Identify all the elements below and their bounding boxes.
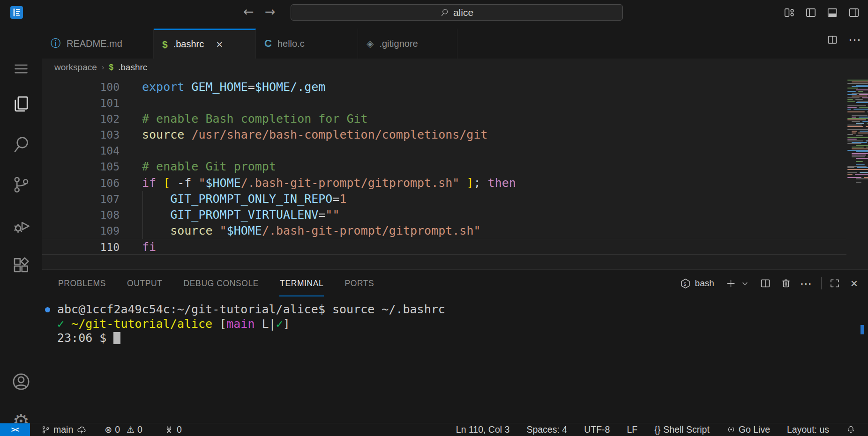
code-line-109[interactable]: 109 source "$HOME/.bash-git-prompt/gitpr… xyxy=(42,223,868,239)
line-content: # enable Git prompt xyxy=(120,159,276,175)
panel-tab-ports[interactable]: PORTS xyxy=(344,271,374,296)
code-line-104[interactable]: 104 xyxy=(42,143,868,159)
status-cursor-position[interactable]: Ln 110, Col 3 xyxy=(456,424,510,435)
sidebar-item-extensions[interactable] xyxy=(11,255,31,275)
line-number[interactable]: 109 xyxy=(42,223,120,239)
panel-tab-terminal[interactable]: TERMINAL xyxy=(279,271,324,296)
status-go-live[interactable]: Go Live xyxy=(726,424,770,435)
line-number[interactable]: 106 xyxy=(42,175,120,191)
status-branch[interactable]: main xyxy=(41,424,87,435)
toggle-panel-icon[interactable] xyxy=(826,7,838,19)
search-icon xyxy=(440,8,449,17)
code-line-107[interactable]: 107 GIT_PROMPT_ONLY_IN_REPO=1 xyxy=(42,191,868,207)
split-terminal-icon[interactable] xyxy=(760,278,771,289)
customize-layout-icon[interactable] xyxy=(783,7,795,19)
line-number[interactable]: 108 xyxy=(42,207,120,223)
code-line-103[interactable]: 103source /usr/share/bash-completion/com… xyxy=(42,127,868,143)
line-number[interactable]: 105 xyxy=(42,159,120,175)
braces-icon: {} xyxy=(654,424,660,435)
command-center-search[interactable]: alice xyxy=(291,4,623,21)
panel-more-actions-icon[interactable]: ⋯ xyxy=(800,277,812,290)
accounts-icon[interactable] xyxy=(11,371,31,392)
breadcrumb: workspace › $ .bashrc xyxy=(42,59,868,76)
remote-icon: >< xyxy=(11,426,19,434)
bash-terminal-icon: $ xyxy=(680,278,691,289)
line-content: source /usr/share/bash-completion/comple… xyxy=(120,127,488,143)
svg-text:$: $ xyxy=(683,281,686,287)
line-content: source "$HOME/.bash-git-prompt/gitprompt… xyxy=(120,223,481,239)
sync-cloud-icon xyxy=(76,425,87,435)
code-line-105[interactable]: 105# enable Git prompt xyxy=(42,159,868,175)
editor-more-actions-icon[interactable]: ⋯ xyxy=(848,32,861,47)
code-line-110[interactable]: 110fi xyxy=(42,239,868,255)
vscode-window: ← → alice xyxy=(0,0,868,436)
shell-file-icon: $ xyxy=(162,39,168,50)
remote-indicator[interactable]: >< xyxy=(0,423,30,436)
tab-bashrc[interactable]: $.bashrc× xyxy=(154,29,256,59)
terminal-dropdown-chevron-icon[interactable] xyxy=(741,279,749,288)
tab-README-md[interactable]: ⓘREADME.md xyxy=(42,29,154,59)
code-line-100[interactable]: 100export GEM_HOME=$HOME/.gem xyxy=(42,79,868,95)
status-encoding[interactable]: UTF-8 xyxy=(584,424,610,435)
shell-file-icon: $ xyxy=(109,63,113,72)
tab-label: hello.c xyxy=(277,38,305,49)
close-panel-icon[interactable]: × xyxy=(851,276,858,291)
line-number[interactable]: 104 xyxy=(42,143,120,159)
status-problems[interactable]: ⊗ 0 ⚠ 0 xyxy=(105,424,142,435)
maximize-panel-icon[interactable] xyxy=(829,278,840,289)
tab-hello-c[interactable]: Chello.c xyxy=(256,29,358,59)
tab-gitignore[interactable]: ◈.gitignore xyxy=(358,29,457,59)
status-language[interactable]: {} Shell Script xyxy=(654,424,710,435)
terminal-scrollbar[interactable] xyxy=(861,325,864,334)
panel-tab-debug-console[interactable]: DEBUG CONSOLE xyxy=(183,271,259,296)
search-value: alice xyxy=(453,7,473,18)
line-number[interactable]: 110 xyxy=(42,239,120,254)
command-decoration-bullet[interactable] xyxy=(45,307,50,312)
sidebar-item-search[interactable] xyxy=(11,134,31,154)
nav-forward-icon[interactable]: → xyxy=(265,4,276,19)
branch-name: main xyxy=(53,424,73,435)
status-ports[interactable]: 0 xyxy=(164,424,182,435)
code-line-102[interactable]: 102# enable Bash completion for Git xyxy=(42,111,868,127)
editor-lines: 100export GEM_HOME=$HOME/.gem101102# ena… xyxy=(42,79,868,255)
breadcrumb-file[interactable]: .bashrc xyxy=(118,62,147,73)
sidebar-item-source-control[interactable] xyxy=(11,175,31,194)
code-line-101[interactable]: 101 xyxy=(42,95,868,111)
nav-back-icon[interactable]: ← xyxy=(243,4,254,19)
minimap[interactable] xyxy=(846,76,868,269)
kill-terminal-trash-icon[interactable] xyxy=(780,278,792,289)
tab-label: .bashrc xyxy=(173,39,204,50)
toggle-secondary-sidebar-icon[interactable] xyxy=(848,7,860,19)
sidebar-item-explorer[interactable] xyxy=(11,94,31,114)
terminal-line: ✓ ~/git-tutorial/alice [main L|✓] xyxy=(57,317,445,332)
terminal-shell-label[interactable]: bash xyxy=(695,278,714,288)
tab-label: README.md xyxy=(67,38,122,49)
activity-bar: ⚙ xyxy=(0,25,42,423)
breadcrumb-folder[interactable]: workspace xyxy=(54,62,97,73)
status-keyboard-layout[interactable]: Layout: us xyxy=(787,424,829,435)
code-editor[interactable]: 100export GEM_HOME=$HOME/.gem101102# ena… xyxy=(42,76,868,269)
tabs-container: ⓘREADME.md$.bashrc×Chello.c◈.gitignore xyxy=(42,29,457,59)
sidebar-item-run-debug[interactable] xyxy=(11,215,31,235)
line-number[interactable]: 102 xyxy=(42,111,120,127)
code-line-106[interactable]: 106if [ -f "$HOME/.bash-git-prompt/gitpr… xyxy=(42,175,868,191)
toggle-primary-sidebar-icon[interactable] xyxy=(805,7,817,19)
menu-hamburger-icon[interactable] xyxy=(13,60,30,77)
app-logo-icon xyxy=(10,6,23,19)
line-number[interactable]: 107 xyxy=(42,191,120,207)
status-eol[interactable]: LF xyxy=(627,424,637,435)
line-number[interactable]: 101 xyxy=(42,95,120,111)
code-line-108[interactable]: 108 GIT_PROMPT_VIRTUALENV="" xyxy=(42,207,868,223)
line-number[interactable]: 103 xyxy=(42,127,120,143)
warning-count: 0 xyxy=(137,424,142,435)
split-editor-icon[interactable] xyxy=(827,34,838,45)
errors-icon: ⊗ xyxy=(105,424,112,435)
panel-tab-output[interactable]: OUTPUT xyxy=(127,271,163,296)
new-terminal-icon[interactable] xyxy=(726,278,736,289)
terminal-content[interactable]: abc@1ccf2a49c54c:~/git-tutorial/alice$ s… xyxy=(42,297,868,423)
status-indentation[interactable]: Spaces: 4 xyxy=(526,424,567,435)
notifications-bell-icon[interactable] xyxy=(846,425,856,435)
line-number[interactable]: 100 xyxy=(42,79,120,95)
close-tab-icon[interactable]: × xyxy=(216,38,223,51)
panel-tab-problems[interactable]: PROBLEMS xyxy=(58,271,106,296)
